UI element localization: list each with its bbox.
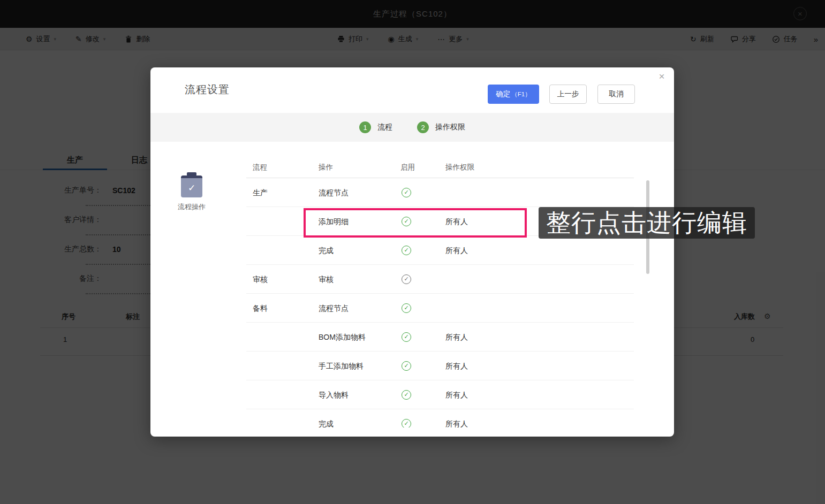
step-2-badge: 2: [417, 121, 429, 133]
check-circle-icon: ✓: [402, 274, 411, 284]
op-cell: 审核: [319, 265, 334, 294]
flow-cell: 生产: [253, 178, 268, 207]
perm-cell: 所有人: [445, 409, 468, 427]
perm-cell: 所有人: [445, 207, 468, 236]
clipboard-body: ✓: [181, 175, 202, 197]
check-circle-icon: ✓: [402, 332, 411, 342]
flow-operation-label: 流程操作: [170, 202, 213, 212]
op-cell: 流程节点: [319, 294, 349, 323]
annotation-callout: 整行点击进行编辑: [539, 207, 755, 239]
modal-title: 流程设置: [185, 82, 230, 97]
confirm-button[interactable]: 确定 （F1）: [488, 85, 539, 104]
col-operation: 操作: [319, 157, 333, 178]
modal-close-button[interactable]: ×: [655, 70, 669, 83]
step-1-badge: 1: [359, 121, 371, 133]
perm-cell: 所有人: [445, 380, 468, 409]
check-circle-icon: ✓: [402, 246, 411, 255]
op-cell: 导入物料: [319, 380, 349, 409]
check-circle-icon: ✓: [402, 361, 411, 371]
flow-cell: 备料: [253, 294, 268, 323]
op-cell: 流程节点: [319, 178, 349, 207]
op-cell: 完成: [319, 236, 334, 265]
col-enabled: 启用: [400, 157, 415, 178]
check-circle-icon: ✓: [402, 419, 411, 427]
check-circle-icon: ✓: [402, 188, 411, 197]
clipboard-check-icon: ✓: [181, 172, 202, 197]
perm-cell: 所有人: [445, 323, 468, 352]
op-cell: 添加明细: [319, 207, 349, 236]
step-1-label: 流程: [377, 123, 392, 132]
col-permission: 操作权限: [445, 157, 474, 178]
check-icon: ✓: [188, 182, 195, 194]
flow-table-row[interactable]: 导入物料 ✓ 所有人: [246, 380, 634, 409]
flow-table-row[interactable]: 生产 流程节点 ✓: [246, 178, 634, 207]
check-circle-icon: ✓: [402, 390, 411, 400]
op-cell: 完成: [319, 409, 334, 427]
step-2-label: 操作权限: [435, 123, 465, 132]
cancel-button[interactable]: 取消: [597, 85, 635, 104]
perm-cell: 所有人: [445, 352, 468, 380]
col-flow: 流程: [253, 157, 267, 178]
check-circle-icon: ✓: [402, 217, 411, 226]
flow-operation-block: ✓ 流程操作: [170, 172, 213, 212]
flow-table-row[interactable]: 完成 ✓ 所有人: [246, 409, 634, 427]
flow-table-row[interactable]: 审核 审核 ✓: [246, 265, 634, 294]
previous-step-button[interactable]: 上一步: [549, 85, 587, 104]
flow-table-row[interactable]: 手工添加物料 ✓ 所有人: [246, 352, 634, 380]
flow-settings-modal: 流程设置 × 确定 （F1） 上一步 取消 1 流程 2 操作权限 ✓: [150, 67, 674, 437]
check-circle-icon: ✓: [402, 303, 411, 313]
step-permissions[interactable]: 2 操作权限: [417, 121, 465, 133]
steps-bar: 1 流程 2 操作权限: [150, 113, 674, 142]
flow-table-row[interactable]: 备料 流程节点 ✓: [246, 294, 634, 323]
app-screen: 生产过程（SC102） × ⚙ 设置 ▾ ✎ 修改 ▾ 删除: [0, 0, 825, 504]
flow-table-row[interactable]: BOM添加物料 ✓ 所有人: [246, 323, 634, 352]
op-cell: 手工添加物料: [319, 352, 364, 380]
flow-table-header: 流程 操作 启用 操作权限: [246, 157, 634, 178]
step-flow[interactable]: 1 流程: [359, 121, 392, 133]
confirm-label: 确定: [496, 89, 510, 99]
confirm-hotkey: （F1）: [511, 90, 531, 98]
perm-cell: 所有人: [445, 236, 468, 265]
flow-table-row[interactable]: 完成 ✓ 所有人: [246, 236, 634, 265]
op-cell: BOM添加物料: [319, 323, 366, 352]
close-icon: ×: [659, 71, 664, 82]
flow-cell: 审核: [253, 265, 268, 294]
